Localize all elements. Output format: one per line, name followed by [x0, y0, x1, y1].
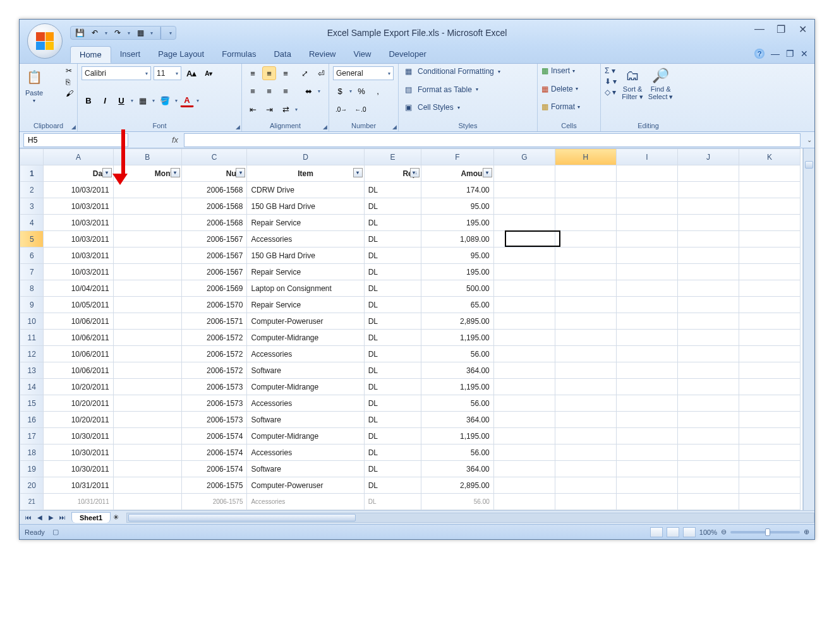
font-color-icon[interactable]: A: [180, 93, 194, 107]
cell[interactable]: 10/30/2011: [44, 428, 113, 444]
align-right-icon[interactable]: ≡: [279, 85, 293, 98]
cut-icon[interactable]: ✂: [66, 66, 73, 75]
cell[interactable]: 2006-1575: [181, 477, 247, 494]
col-header-I[interactable]: I: [616, 149, 677, 165]
cell[interactable]: 10/31/2011: [44, 477, 113, 494]
row-header-3[interactable]: 3: [20, 198, 44, 215]
cell[interactable]: 2,895.00: [421, 477, 494, 494]
cell[interactable]: [113, 362, 181, 379]
bold-button[interactable]: B: [82, 93, 95, 107]
cell[interactable]: [113, 461, 181, 477]
cell[interactable]: 2,895.00: [421, 313, 494, 330]
col-header-E[interactable]: E: [364, 149, 421, 165]
indent-dec-icon[interactable]: ⇤: [246, 102, 260, 116]
cell[interactable]: DL: [364, 264, 421, 280]
cell[interactable]: 195.00: [421, 215, 494, 231]
cell[interactable]: Accessories: [247, 395, 364, 412]
cell[interactable]: 10/20/2011: [44, 412, 113, 428]
cell[interactable]: 1,089.00: [421, 231, 494, 247]
cell[interactable]: 10/06/2011: [44, 313, 113, 330]
cell[interactable]: Repair Service: [247, 264, 364, 280]
row-header-19[interactable]: 19: [20, 461, 44, 477]
cell[interactable]: 364.00: [421, 412, 494, 428]
cell[interactable]: [113, 428, 181, 444]
sheet-nav-next-icon[interactable]: ▶: [46, 514, 56, 521]
restore2-button[interactable]: ❐: [786, 49, 794, 59]
table-header-date[interactable]: Date▾: [44, 165, 113, 182]
percent-icon[interactable]: %: [354, 85, 368, 98]
cell[interactable]: 2006-1568: [181, 198, 247, 215]
cell[interactable]: Repair Service: [247, 215, 364, 231]
col-header-K[interactable]: K: [739, 149, 800, 165]
spreadsheet-grid[interactable]: ABCDEFGHIJK 1Date▾Month▾Num▾Item▾Rep▾↓Am…: [20, 148, 801, 510]
cell[interactable]: DL: [364, 215, 421, 231]
cell[interactable]: 364.00: [421, 461, 494, 477]
filter-amount-icon[interactable]: ▾: [483, 168, 492, 177]
italic-button[interactable]: I: [98, 93, 112, 107]
underline-button[interactable]: U: [114, 93, 128, 107]
view-normal-icon[interactable]: [650, 527, 663, 537]
filter-item-icon[interactable]: ▾: [353, 168, 363, 177]
cell[interactable]: 95.00: [421, 247, 494, 264]
align-mid-icon[interactable]: ≡: [262, 66, 276, 80]
row-header-16[interactable]: 16: [20, 412, 44, 428]
cell[interactable]: 10/05/2011: [44, 297, 113, 313]
cell[interactable]: Computer-Midrange: [247, 330, 364, 346]
col-header-G[interactable]: G: [493, 149, 555, 165]
align-top-icon[interactable]: ≡: [246, 66, 260, 80]
sort-filter-button[interactable]: 🗂Sort &Filter ▾: [622, 66, 643, 101]
cell[interactable]: 1,195.00: [421, 428, 494, 444]
cell[interactable]: DL: [364, 182, 421, 198]
cell[interactable]: 10/03/2011: [44, 215, 113, 231]
format-painter-icon[interactable]: 🖌: [66, 89, 73, 98]
cell[interactable]: 2006-1572: [181, 346, 247, 362]
cell[interactable]: [113, 346, 181, 362]
cell[interactable]: 174.00: [421, 182, 494, 198]
cell[interactable]: 150 GB Hard Drive: [247, 247, 364, 264]
close-button[interactable]: ✕: [795, 23, 809, 35]
cell[interactable]: 2006-1568: [181, 182, 247, 198]
close2-button[interactable]: ✕: [801, 49, 808, 59]
undo-icon[interactable]: ↶: [90, 28, 100, 38]
row-header-11[interactable]: 11: [20, 330, 44, 346]
cell[interactable]: 10/03/2011: [44, 231, 113, 247]
cell[interactable]: DL: [364, 412, 421, 428]
table-header-month[interactable]: Month▾: [113, 165, 181, 182]
vertical-scrollbar[interactable]: [803, 148, 814, 510]
cell[interactable]: Computer-Poweruser: [247, 477, 364, 494]
col-header-H[interactable]: H: [555, 149, 616, 165]
cell[interactable]: DL: [364, 461, 421, 477]
tab-home[interactable]: Home: [70, 46, 111, 63]
cell[interactable]: [113, 379, 181, 395]
indent-inc-icon[interactable]: ⇥: [262, 102, 276, 116]
filter-month-icon[interactable]: ▾: [171, 168, 180, 177]
cell[interactable]: DL: [364, 231, 421, 247]
format-cells-button[interactable]: ▦Format▾: [541, 102, 596, 111]
sheet-tab-1[interactable]: Sheet1: [71, 512, 111, 523]
cell[interactable]: 2006-1568: [181, 215, 247, 231]
cell[interactable]: Accessories: [247, 231, 364, 247]
table-header-num[interactable]: Num▾: [181, 165, 247, 182]
cell[interactable]: [113, 444, 181, 461]
office-button[interactable]: [27, 23, 63, 59]
cell[interactable]: 10/06/2011: [44, 330, 113, 346]
cell[interactable]: 56.00: [421, 395, 494, 412]
cell[interactable]: 2006-1573: [181, 395, 247, 412]
tab-developer[interactable]: Developer: [380, 46, 435, 63]
row-header-9[interactable]: 9: [20, 297, 44, 313]
cell[interactable]: 10/06/2011: [44, 346, 113, 362]
filter-date-icon[interactable]: ▾: [102, 168, 112, 177]
clear-icon[interactable]: ◇ ▾: [605, 88, 617, 97]
number-format-combo[interactable]: General▾: [333, 66, 394, 80]
cell[interactable]: [113, 215, 181, 231]
cell[interactable]: 1,195.00: [421, 330, 494, 346]
cell[interactable]: 10/03/2011: [44, 182, 113, 198]
cell[interactable]: Computer-Midrange: [247, 379, 364, 395]
cell[interactable]: [113, 198, 181, 215]
cell[interactable]: 56.00: [421, 444, 494, 461]
merge-icon[interactable]: ⬌: [301, 85, 315, 98]
sheet-nav-last-icon[interactable]: ⏭: [57, 514, 68, 521]
cell[interactable]: DL: [364, 247, 421, 264]
tab-formulas[interactable]: Formulas: [213, 46, 265, 63]
cell[interactable]: DL: [364, 280, 421, 297]
